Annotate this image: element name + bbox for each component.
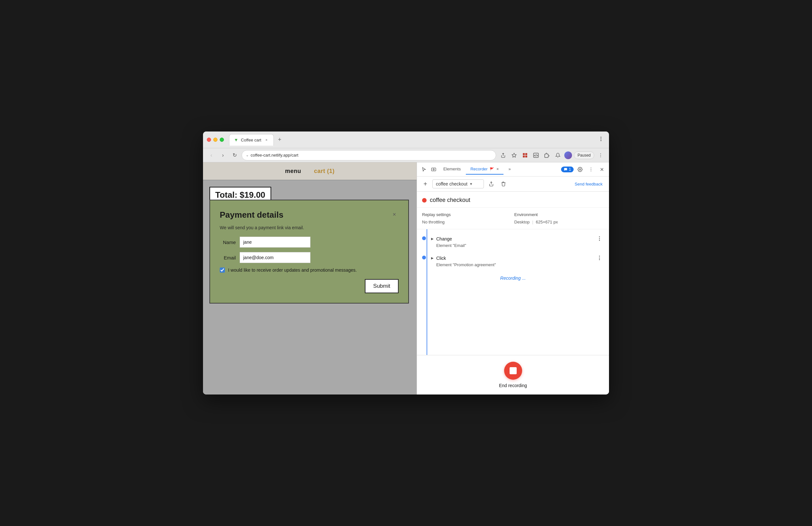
devtools-icon[interactable] <box>532 151 540 160</box>
environment-value: Desktop | 625×671 px <box>514 220 604 224</box>
svg-point-10 <box>600 155 601 155</box>
stop-icon <box>510 367 517 374</box>
svg-marker-3 <box>512 153 516 157</box>
step-content-change: ▶ Change ⋮ Element "Email" <box>431 235 604 248</box>
payment-modal: Payment details × We will send you a pay… <box>209 200 409 303</box>
svg-point-17 <box>591 170 591 171</box>
menu-nav-link[interactable]: menu <box>285 168 301 175</box>
svg-rect-4 <box>523 153 525 155</box>
content-area: menu cart (1) Total: $19.00 Payment deta… <box>203 162 609 394</box>
ssl-icon: ⌄ <box>246 153 249 157</box>
devtools-close-icon[interactable] <box>597 165 606 174</box>
replay-settings-label: Replay settings <box>422 212 512 217</box>
name-input[interactable] <box>240 237 310 247</box>
tab-recorder[interactable]: Recorder 🚩 × <box>466 164 503 175</box>
svg-rect-7 <box>525 155 527 157</box>
maximize-window-button[interactable] <box>220 138 224 142</box>
devtools-tabs: Elements Recorder 🚩 × » 1 <box>417 162 609 177</box>
email-input[interactable] <box>240 252 310 263</box>
svg-point-13 <box>433 169 434 170</box>
bell-icon[interactable] <box>553 151 562 160</box>
add-recording-button[interactable]: + <box>421 179 430 189</box>
recording-status: Recording ... <box>417 270 609 286</box>
paused-badge[interactable]: Paused <box>574 151 594 159</box>
refresh-button[interactable]: ↻ <box>230 151 239 160</box>
nav-bar: ‹ › ↻ ⌄ coffee-cart.netlify.app/cart <box>203 148 609 162</box>
title-bar: ▼ Coffee cart × + <box>203 132 609 148</box>
recorder-close-icon[interactable]: × <box>496 167 499 171</box>
forward-button[interactable]: › <box>218 151 228 160</box>
send-feedback-button[interactable]: Send feedback <box>572 180 605 188</box>
step-item-click: ▶ Click ⋮ Element "Promotion agreement" <box>417 251 609 270</box>
devtools-more-icon[interactable] <box>586 165 595 174</box>
browser-window: ▼ Coffee cart × + ‹ › ↻ ⌄ coffee-cart.ne… <box>203 132 609 394</box>
extensions-puzzle-icon[interactable] <box>542 151 551 160</box>
step-menu-click[interactable]: ⋮ <box>595 254 604 262</box>
new-tab-button[interactable]: + <box>275 135 284 144</box>
paused-label: Paused <box>578 153 591 157</box>
modal-close-button[interactable]: × <box>390 210 398 219</box>
tab-elements[interactable]: Elements <box>439 164 465 175</box>
svg-point-0 <box>600 138 601 139</box>
devtools-screenshot-icon[interactable] <box>429 165 438 174</box>
browser-settings-icon[interactable] <box>597 135 605 145</box>
close-window-button[interactable] <box>207 138 211 142</box>
tab-bar: ▼ Coffee cart × + <box>229 134 594 146</box>
promo-checkbox-label: I would like to receive order updates an… <box>228 268 357 273</box>
chat-badge[interactable]: 1 <box>561 167 574 172</box>
page-content: menu cart (1) Total: $19.00 Payment deta… <box>203 162 417 394</box>
recorder-badge-icon: 🚩 <box>490 167 494 171</box>
step-description-change: Element "Email" <box>436 243 604 248</box>
tab-close-button[interactable]: × <box>264 137 269 142</box>
svg-rect-6 <box>523 155 525 157</box>
stop-recording-button[interactable] <box>504 362 522 380</box>
step-dot-click <box>422 256 426 259</box>
share-icon[interactable] <box>499 151 508 160</box>
extension-icon[interactable] <box>521 151 530 160</box>
cart-nav-link[interactable]: cart (1) <box>314 168 335 175</box>
step-action-click: Click <box>436 256 446 261</box>
svg-point-14 <box>579 169 581 170</box>
chat-count: 1 <box>569 167 571 172</box>
profile-avatar[interactable] <box>564 151 572 159</box>
step-expand-click[interactable]: ▶ <box>431 256 434 260</box>
devtools-cursor-icon[interactable] <box>420 165 429 174</box>
delete-recording-button[interactable] <box>499 179 508 189</box>
export-recording-button[interactable] <box>487 179 496 189</box>
step-dot-change <box>422 236 426 240</box>
page-body: Total: $19.00 Payment details × We will … <box>203 180 417 213</box>
devtools-settings-icon[interactable] <box>576 165 584 174</box>
tab-title: Coffee cart <box>241 138 261 142</box>
step-header-click: ▶ Click ⋮ <box>431 254 604 262</box>
throttle-value[interactable]: No throttling <box>422 220 512 224</box>
promo-checkbox[interactable] <box>220 268 225 273</box>
svg-point-9 <box>600 153 601 154</box>
recording-status-dot <box>422 198 426 202</box>
browser-menu-icon[interactable] <box>596 151 605 160</box>
tab-favicon: ▼ <box>234 137 238 142</box>
active-tab[interactable]: ▼ Coffee cart × <box>229 134 274 146</box>
svg-point-15 <box>591 167 591 168</box>
select-dropdown-icon: ▼ <box>469 182 473 186</box>
recording-title: coffee checkout <box>430 197 470 204</box>
step-menu-change[interactable]: ⋮ <box>595 235 604 242</box>
recording-select[interactable]: coffee checkout ▼ <box>432 179 484 189</box>
svg-rect-5 <box>525 153 527 155</box>
back-button[interactable]: ‹ <box>207 151 216 160</box>
step-description-click: Element "Promotion agreement" <box>436 262 604 267</box>
name-field-row: Name <box>220 237 398 247</box>
recording-select-label: coffee checkout <box>436 181 467 186</box>
devtools-panel: Elements Recorder 🚩 × » 1 <box>417 162 609 394</box>
address-bar[interactable]: ⌄ coffee-cart.netlify.app/cart <box>242 150 496 161</box>
url-text: coffee-cart.netlify.app/cart <box>251 153 298 157</box>
traffic-lights <box>207 138 224 142</box>
email-field-row: Email <box>220 252 398 263</box>
step-expand-change[interactable]: ▶ <box>431 237 434 240</box>
svg-point-2 <box>600 140 601 141</box>
minimize-window-button[interactable] <box>213 138 217 142</box>
tab-more[interactable]: » <box>504 164 516 175</box>
bookmark-icon[interactable] <box>510 151 519 160</box>
submit-button[interactable]: Submit <box>365 279 398 293</box>
step-header-change: ▶ Change ⋮ <box>431 235 604 242</box>
svg-point-16 <box>591 169 591 170</box>
